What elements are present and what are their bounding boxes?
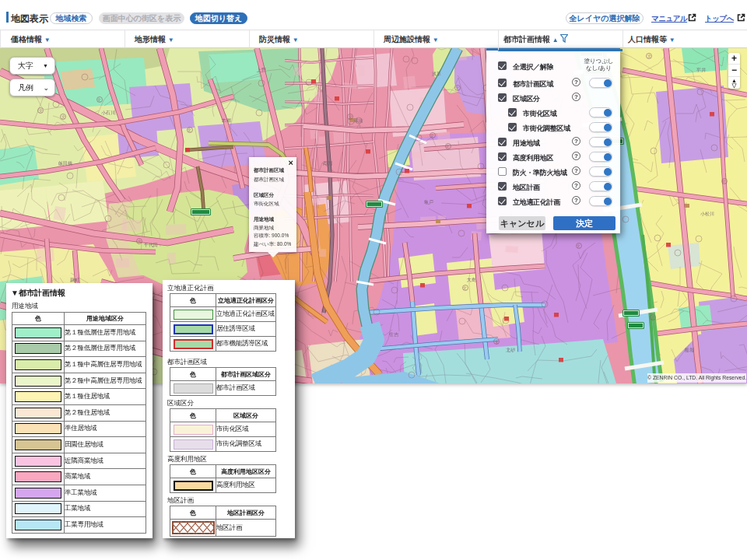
svg-text:両国: 両国 [323, 160, 332, 166]
svg-text:船堀: 船堀 [684, 347, 694, 353]
svg-text:文: 文 [188, 128, 191, 132]
svg-text:文: 文 [651, 315, 655, 320]
svg-text:文: 文 [97, 97, 101, 102]
svg-text:文: 文 [495, 339, 499, 344]
svg-text:千代田: 千代田 [143, 242, 158, 248]
svg-text:文: 文 [577, 243, 580, 248]
svg-text:文: 文 [647, 54, 651, 58]
svg-text:本郷: 本郷 [221, 118, 231, 123]
svg-text:上野: 上野 [256, 68, 266, 72]
svg-text:平井: 平井 [696, 67, 707, 72]
svg-text:北砂: 北砂 [506, 347, 516, 353]
svg-text:文: 文 [463, 285, 467, 290]
svg-text:浅草: 浅草 [432, 72, 441, 76]
svg-text:亀戸: 亀戸 [424, 199, 433, 205]
svg-text:文: 文 [349, 114, 352, 119]
svg-text:文: 文 [722, 179, 726, 184]
svg-text:文: 文 [138, 239, 142, 243]
svg-text:小松川: 小松川 [700, 212, 714, 216]
svg-text:蔵前: 蔵前 [354, 118, 363, 123]
svg-text:住吉: 住吉 [389, 332, 399, 338]
svg-text:大島: 大島 [467, 277, 476, 283]
svg-text:小石川: 小石川 [101, 110, 115, 116]
svg-text:文: 文 [61, 114, 65, 119]
svg-text:麹町: 麹町 [70, 277, 79, 282]
svg-text:文: 文 [446, 144, 450, 149]
svg-text:文: 文 [455, 86, 459, 90]
svg-text:飯田橋: 飯田橋 [58, 161, 72, 166]
svg-text:文: 文 [39, 108, 43, 113]
svg-text:文: 文 [430, 133, 434, 138]
